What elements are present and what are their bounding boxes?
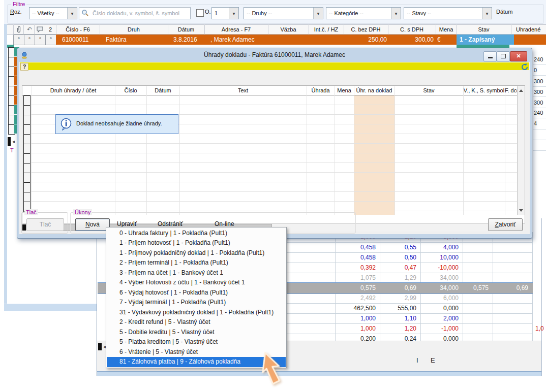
row-flag-cell[interactable]: ° bbox=[13, 35, 24, 45]
close-button[interactable]: Zatvoriť bbox=[488, 218, 523, 231]
help-button[interactable]: ? bbox=[20, 63, 28, 71]
header-s-dph[interactable]: C. s DPH bbox=[388, 24, 436, 35]
online-button[interactable]: On-line bbox=[215, 220, 234, 227]
document-row[interactable]: 61000011 Faktúra 3.8.2016 , Marek Adamec… bbox=[56, 35, 546, 45]
grid-header[interactable]: F. doklad bbox=[505, 86, 517, 95]
header-adresa[interactable]: Adresa - F7 bbox=[204, 24, 268, 35]
minimize-button[interactable] bbox=[483, 51, 497, 61]
search-input[interactable] bbox=[92, 8, 188, 18]
row-flag-cell[interactable]: ° bbox=[24, 35, 35, 45]
grid-header[interactable]: Druh úhrady / účet bbox=[32, 86, 115, 95]
menu-item[interactable]: 1 - Príjem hotovosť | 1 - Pokladňa (Pult… bbox=[107, 238, 286, 248]
menu-item[interactable]: 6 - Výdaj hotovosť | 1 - Pokladňa (Pult1… bbox=[107, 288, 286, 298]
new-rest: ová bbox=[90, 221, 100, 228]
vertical-scrollbar[interactable] bbox=[517, 86, 525, 215]
cell-mena: € bbox=[437, 35, 441, 45]
table-cell: 34,000 bbox=[408, 273, 459, 283]
row-selector-cell[interactable] bbox=[23, 95, 31, 106]
chevron-down-icon[interactable] bbox=[391, 8, 401, 19]
header-datum[interactable]: Dátum bbox=[168, 24, 204, 35]
menu-item[interactable]: 31 - Výdavkový pokladničný doklad | 1 - … bbox=[107, 308, 286, 318]
roz-accel: R bbox=[10, 9, 14, 15]
chevron-down-icon[interactable] bbox=[67, 8, 77, 19]
header-mena[interactable]: Mena bbox=[436, 24, 457, 35]
new-button[interactable]: Nová bbox=[75, 218, 110, 231]
row-selector-cell[interactable] bbox=[23, 124, 31, 135]
header-count[interactable]: 2 bbox=[45, 24, 56, 35]
filter-count-combo[interactable]: 1 bbox=[211, 7, 239, 19]
menu-item[interactable]: 4 - Výber Hotovosti z účtu | 1 - Bankový… bbox=[107, 278, 286, 288]
filter-kategorie-combo[interactable]: -- Kategórie -- bbox=[326, 7, 401, 19]
menu-item[interactable]: 7 - Výdaj terminál | 1 - Pokladňa (Pult1… bbox=[107, 298, 286, 308]
header-intc[interactable]: Int.č. / HZ bbox=[309, 24, 344, 35]
payment-type-menu: 0 - Uhrada faktury | 1 - Pokladňa (Pult1… bbox=[106, 227, 287, 368]
scroll-down-icon[interactable] bbox=[519, 209, 523, 212]
menu-item[interactable]: 5 - Platba kreditom | 5 - Vlastný účet bbox=[107, 337, 286, 347]
menu-item[interactable]: 3 - Príjem na účet | 1 - Bankový účet 1 bbox=[107, 268, 286, 278]
grid-header[interactable]: Stav bbox=[395, 86, 463, 95]
info-message: Doklad neobsahuje žiadne úhrady. bbox=[76, 120, 162, 126]
close-icon[interactable]: ✕ bbox=[510, 51, 527, 61]
header-stav[interactable]: Stav bbox=[457, 24, 511, 35]
gridline bbox=[31, 182, 524, 182]
paperclip-icon[interactable] bbox=[13, 24, 24, 35]
filter-druhy-combo[interactable]: -- Druhy -- bbox=[244, 7, 323, 19]
menu-item[interactable]: 1 - Príjmový pokladničný doklad | 1 - Po… bbox=[107, 248, 286, 258]
row-selector-cell[interactable] bbox=[23, 173, 31, 183]
grid-header[interactable]: Dátum bbox=[146, 86, 179, 95]
chevron-down-icon[interactable] bbox=[482, 8, 492, 19]
row-selector-cell[interactable] bbox=[23, 105, 31, 115]
cell-druh: Faktúra bbox=[106, 35, 127, 45]
filter-all-combo[interactable]: -- Všetky -- bbox=[29, 7, 77, 19]
gridline bbox=[31, 153, 524, 153]
header-uhradene[interactable]: Uhradené bbox=[511, 24, 546, 35]
chevron-down-icon[interactable] bbox=[313, 8, 323, 19]
row-selector-cell[interactable] bbox=[23, 115, 31, 125]
grid-header[interactable]: V., K., S. symbol bbox=[463, 86, 505, 95]
header-bez-dph[interactable]: C. bez DPH bbox=[344, 24, 388, 35]
row-selector-cell[interactable] bbox=[23, 182, 31, 192]
filter-stavy-combo[interactable]: -- Stavy -- bbox=[404, 7, 492, 19]
row-flag-cell[interactable]: ° bbox=[35, 35, 46, 45]
menu-item[interactable]: 2 - Príjem terminál | 1 - Pokladňa (Pult… bbox=[107, 258, 286, 268]
grid-header[interactable]: Text bbox=[179, 86, 307, 95]
grid-header[interactable]: Číslo bbox=[115, 86, 146, 95]
search-box[interactable] bbox=[79, 7, 191, 19]
menu-item[interactable]: 2 - Kredit refund | 5 - Vlastný účet bbox=[107, 317, 286, 328]
cell-s-dph: 300,00 bbox=[390, 35, 434, 45]
gridline bbox=[31, 201, 524, 202]
menu-item[interactable]: 0 - Uhrada faktury | 1 - Pokladňa (Pult1… bbox=[107, 228, 286, 239]
header-vazba[interactable]: Väzba bbox=[268, 24, 309, 35]
menu-item[interactable]: 5 - Dobitie kreditu | 5 - Vlastný účet bbox=[107, 328, 286, 338]
row-selector-cell[interactable] bbox=[23, 163, 31, 173]
scroll-up-icon[interactable] bbox=[519, 89, 523, 92]
grid-header[interactable]: Úhr. na doklad bbox=[354, 86, 395, 95]
chevron-down-icon[interactable] bbox=[229, 8, 238, 19]
comment-icon[interactable] bbox=[35, 24, 45, 35]
grid-header[interactable]: Mena bbox=[335, 86, 354, 95]
o-checkbox[interactable] bbox=[196, 9, 204, 17]
header-druh[interactable]: Druh bbox=[100, 24, 168, 35]
edit-button[interactable]: Upraviť bbox=[117, 220, 137, 227]
status-badge: 1 - Zapísaný bbox=[457, 35, 514, 45]
delete-button[interactable]: Odstrániť bbox=[158, 220, 183, 227]
row-selector-cell[interactable] bbox=[23, 153, 31, 164]
gridline bbox=[354, 86, 354, 215]
row-selector-cell[interactable] bbox=[23, 134, 31, 144]
main-window-bottom-edge bbox=[4, 304, 97, 311]
t-label: T bbox=[10, 147, 14, 153]
row-selector-cell[interactable] bbox=[23, 144, 31, 154]
actions-group-label: Úkony bbox=[73, 209, 92, 215]
scroll-left-icon[interactable]: ◂ bbox=[12, 138, 15, 145]
row-flag-cell[interactable]: ° bbox=[45, 35, 56, 45]
hscroll-handle[interactable] bbox=[8, 137, 11, 146]
undo-icon[interactable]: ↶ bbox=[24, 24, 35, 35]
grid-header[interactable]: Úhrada bbox=[307, 86, 335, 95]
header-cislo[interactable]: Číslo - F6 bbox=[56, 24, 100, 35]
maximize-button[interactable] bbox=[497, 51, 510, 61]
table-cell: -1,000 bbox=[408, 323, 459, 334]
hscroll-handle[interactable] bbox=[98, 343, 102, 350]
print-button[interactable]: Tlač bbox=[26, 218, 64, 231]
refresh-icon[interactable] bbox=[521, 63, 529, 71]
row-selector-cell[interactable] bbox=[23, 192, 31, 202]
